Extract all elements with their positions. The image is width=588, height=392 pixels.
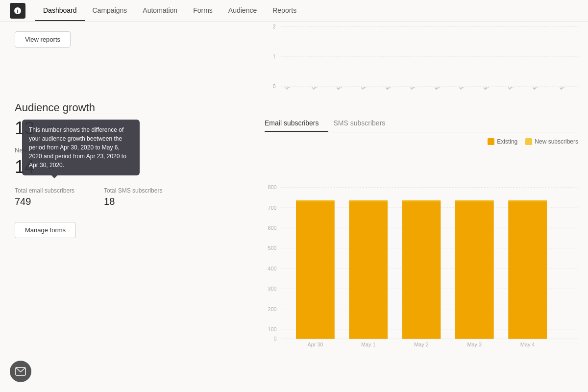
nav-bar: i Dashboard Campaigns Automation Forms A… [0, 0, 588, 22]
svg-text:2: 2 [273, 24, 275, 29]
svg-text:800: 800 [268, 184, 277, 190]
totals-row: Total email subscribers 749 Total SMS su… [15, 187, 240, 207]
svg-text:700: 700 [268, 205, 277, 211]
mail-fab-button[interactable] [10, 361, 31, 382]
bar-may1-existing [349, 201, 388, 339]
total-sms-value: 18 [104, 196, 162, 207]
audience-growth-title: Audience growth [15, 101, 240, 114]
svg-text:May 3: May 3 [467, 342, 482, 347]
bar-may1-new [349, 200, 388, 201]
total-email: Total email subscribers 749 [15, 187, 74, 207]
bar-legend: Existing New subscribers [265, 138, 578, 145]
nav-item-reports[interactable]: Reports [265, 0, 304, 21]
bar-may4-new [508, 200, 547, 201]
bar-may3-existing [455, 201, 494, 339]
nav-item-audience[interactable]: Audience [220, 0, 265, 21]
svg-text:0: 0 [273, 84, 276, 89]
new-color-dot [525, 138, 532, 145]
nav-items: Dashboard Campaigns Automation Forms Aud… [35, 0, 304, 21]
svg-text:400: 400 [268, 266, 277, 271]
total-email-value: 749 [15, 196, 74, 207]
svg-text:May 2: May 2 [414, 342, 429, 347]
bar-may2-new [402, 200, 441, 201]
nav-item-forms[interactable]: Forms [185, 0, 220, 21]
legend-new-label: New subscribers [535, 138, 578, 145]
svg-text:i: i [17, 8, 19, 14]
tab-sms-subscribers[interactable]: SMS subscribers [333, 115, 395, 132]
line-chart-area: 2 1 0 May 6, 12 AM May 6, 1 AM May 6, 2 … [265, 22, 578, 107]
nav-item-dashboard[interactable]: Dashboard [35, 0, 85, 21]
existing-color-dot [488, 138, 494, 145]
subscriber-tabs: Email subscribers SMS subscribers [265, 115, 578, 132]
manage-forms-button[interactable]: Manage forms [15, 222, 76, 238]
nav-item-campaigns[interactable]: Campaigns [85, 0, 135, 21]
left-panel: View reports This number shows the diffe… [0, 22, 255, 392]
svg-text:1: 1 [273, 54, 275, 59]
logo: i [10, 3, 25, 19]
bar-may2-existing [402, 201, 441, 339]
legend-existing: Existing [488, 138, 517, 145]
total-sms: Total SMS subscribers 18 [104, 187, 162, 207]
line-chart-svg: 2 1 0 [265, 22, 578, 95]
svg-text:May 4: May 4 [520, 342, 535, 347]
bar-chart-svg: 800 700 600 500 400 300 200 100 0 [265, 149, 578, 382]
nav-item-automation[interactable]: Automation [135, 0, 185, 21]
legend-existing-label: Existing [497, 138, 517, 145]
right-panel: 2 1 0 May 6, 12 AM May 6, 1 AM May 6, 2 … [255, 22, 588, 392]
svg-text:200: 200 [268, 306, 277, 312]
svg-text:100: 100 [268, 326, 277, 332]
bar-may4-existing [508, 201, 547, 339]
tooltip-overlay: This number shows the difference of your… [22, 120, 140, 175]
bar-may3-new [455, 200, 494, 201]
tab-email-subscribers[interactable]: Email subscribers [265, 115, 328, 132]
total-email-label: Total email subscribers [15, 187, 74, 194]
total-sms-label: Total SMS subscribers [104, 187, 162, 194]
svg-text:500: 500 [268, 245, 277, 251]
svg-text:0: 0 [274, 336, 277, 342]
bar-chart-svg-wrapper: 800 700 600 500 400 300 200 100 0 [265, 149, 578, 382]
tooltip-text: This number shows the difference of your… [29, 126, 126, 169]
svg-text:May 1: May 1 [361, 342, 376, 347]
main-content: View reports This number shows the diffe… [0, 22, 588, 392]
bar-chart-container: Existing New subscribers 800 700 600 500… [265, 138, 578, 382]
svg-text:600: 600 [268, 225, 277, 231]
mail-icon [15, 367, 26, 376]
view-reports-button[interactable]: View reports [15, 31, 71, 48]
svg-text:Apr 30: Apr 30 [307, 342, 323, 347]
svg-text:300: 300 [268, 286, 277, 292]
bar-apr30-existing [296, 201, 335, 339]
bar-apr30-new [296, 200, 335, 201]
legend-new: New subscribers [525, 138, 578, 145]
